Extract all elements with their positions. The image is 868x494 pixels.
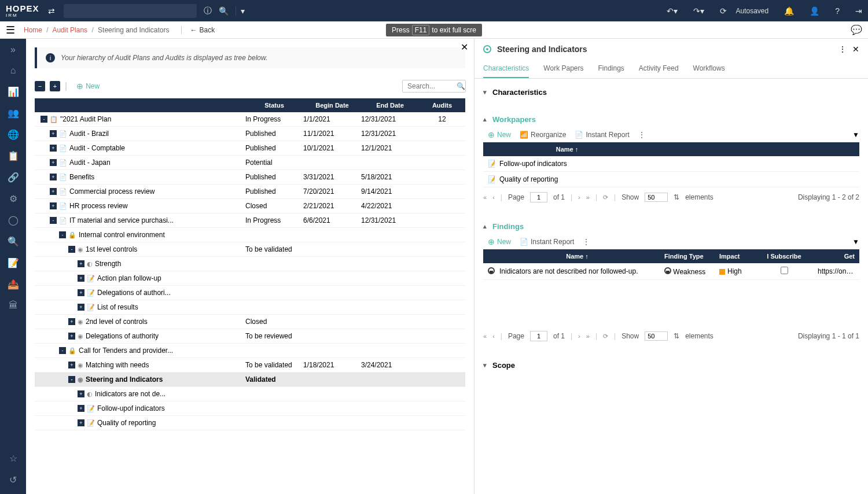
tab-characteristics[interactable]: Characteristics <box>483 60 529 78</box>
tree-row[interactable]: + ◐ Strength <box>35 257 465 271</box>
dashboard-icon[interactable]: 📊 <box>8 86 19 97</box>
exit-icon[interactable]: ⇥ <box>855 6 862 16</box>
expand-icon[interactable]: - <box>41 116 47 123</box>
tree-row[interactable]: + ◉ 2nd level of controls Closed <box>35 315 465 329</box>
bell-icon[interactable]: 🔔 <box>784 6 794 16</box>
expand-icon[interactable]: + <box>78 390 84 397</box>
breadcrumb-home[interactable]: Home <box>24 26 42 34</box>
expand-icon[interactable]: + <box>68 333 75 340</box>
section-scope[interactable]: Scope <box>483 357 859 373</box>
collapse-all-button[interactable]: − <box>35 81 45 91</box>
tab-work-papers[interactable]: Work Papers <box>543 60 583 78</box>
tree-row[interactable]: + 📝 Follow-upof indicators <box>35 401 465 416</box>
tree-row[interactable]: + 📝 Quality of reporting <box>35 416 465 430</box>
tab-workflows[interactable]: Workflows <box>693 60 725 78</box>
expand-icon[interactable]: + <box>78 419 84 426</box>
tree-row[interactable]: + 📄 Commercial process review Published … <box>35 185 465 199</box>
wp-page-size-stepper[interactable]: ⇅ <box>674 193 679 201</box>
export-icon[interactable]: 📤 <box>8 279 19 290</box>
more-icon[interactable]: ⋮ <box>838 45 847 54</box>
expand-icon[interactable]: + <box>78 260 84 267</box>
expand-icon[interactable]: - <box>59 231 66 238</box>
wp-first-page[interactable]: « <box>483 194 487 201</box>
workpaper-row[interactable]: 📝 Follow-upof indicators <box>483 156 859 172</box>
breadcrumb-audit-plans[interactable]: Audit Plans <box>52 26 87 34</box>
wp-filter-icon[interactable]: ▼ <box>852 131 859 139</box>
wp-prev-page[interactable]: ‹ <box>492 194 495 201</box>
refresh-icon[interactable]: ⟳ <box>720 6 727 16</box>
tree-row[interactable]: - 🔒 Call for Tenders and provider... <box>35 344 465 358</box>
tree-search-icon[interactable]: 🔍 <box>457 82 465 90</box>
wp-col-name[interactable]: Name <box>495 146 639 153</box>
finding-row[interactable]: Inidicators are not described nor follow… <box>483 263 859 280</box>
wp-last-page[interactable]: » <box>586 194 590 201</box>
find-col-get[interactable]: Get <box>813 253 859 260</box>
wp-instant-report-button[interactable]: 📄 Instant Report <box>575 131 629 139</box>
expand-icon[interactable]: + <box>78 405 84 412</box>
tree-row[interactable]: - ◉ Steering and Indicators Validated <box>35 373 465 387</box>
expand-icon[interactable]: + <box>68 318 75 325</box>
expand-icon[interactable]: » <box>10 45 16 55</box>
tab-activity-feed[interactable]: Activity Feed <box>639 60 679 78</box>
find-new-button[interactable]: New <box>488 237 511 246</box>
tree-row[interactable]: - ◉ 1st level controls To be validated <box>35 242 465 257</box>
doc-icon[interactable]: 📋 <box>8 150 19 161</box>
f-prev-page[interactable]: ‹ <box>492 333 495 340</box>
home-icon[interactable]: ⌂ <box>10 65 16 76</box>
back-button[interactable]: ← Back <box>181 26 215 34</box>
expand-icon[interactable]: + <box>68 362 75 368</box>
expand-icon[interactable]: + <box>78 289 84 296</box>
expand-icon[interactable]: + <box>50 130 57 137</box>
tree-row[interactable]: + 📝 Delegations of authori... <box>35 286 465 300</box>
wp-page-input[interactable] <box>530 192 547 202</box>
expand-icon[interactable]: - <box>68 246 75 253</box>
find-col-subscribe[interactable]: I Subscribe <box>755 253 813 260</box>
find-filter-icon[interactable]: ▼ <box>852 238 859 246</box>
expand-icon[interactable]: + <box>50 145 57 152</box>
history-icon[interactable]: ↺ <box>9 474 17 485</box>
wp-more-icon[interactable]: ⋮ <box>638 131 645 139</box>
people-icon[interactable]: 👥 <box>8 108 19 119</box>
tree-row[interactable]: + 📄 Benefits Published 3/31/2021 5/18/20… <box>35 170 465 185</box>
building-icon[interactable]: 🏛 <box>9 300 18 311</box>
find-instant-report-button[interactable]: 📄 Instant Report <box>520 238 574 246</box>
subscribe-checkbox[interactable] <box>781 267 788 274</box>
star-icon[interactable]: ☆ <box>9 453 17 464</box>
f-first-page[interactable]: « <box>483 333 487 340</box>
org-icon[interactable]: 🔗 <box>8 172 19 183</box>
global-search-input[interactable] <box>64 4 197 18</box>
tree-row[interactable]: - 🔒 Internal control environment <box>35 228 465 242</box>
f-refresh[interactable]: ⟳ <box>603 333 608 340</box>
expand-icon[interactable]: - <box>68 376 75 383</box>
section-workpapers[interactable]: Workpapers <box>483 112 859 127</box>
globe-icon[interactable]: 🌐 <box>8 129 19 140</box>
f-page-size-stepper[interactable]: ⇅ <box>674 332 679 340</box>
expand-icon[interactable]: + <box>50 202 57 209</box>
expand-icon[interactable]: - <box>59 347 66 354</box>
find-col-impact[interactable]: Impact <box>715 253 755 260</box>
f-next-page[interactable]: › <box>578 333 580 340</box>
user-icon[interactable]: 👤 <box>810 6 819 16</box>
section-findings[interactable]: Findings <box>483 219 859 234</box>
f-page-input[interactable] <box>530 331 547 341</box>
tree-row[interactable]: + 📝 Action plan follow-up <box>35 271 465 286</box>
list-icon[interactable]: 📝 <box>8 257 19 268</box>
cycle-icon[interactable]: ◯ <box>8 215 19 226</box>
tree-row[interactable]: + 📄 HR process review Closed 2/21/2021 4… <box>35 199 465 213</box>
swap-icon[interactable]: ⇄ <box>48 6 55 16</box>
tree-row[interactable]: + ◉ Delegations of authority To be revie… <box>35 329 465 344</box>
tab-findings[interactable]: Findings <box>598 60 624 78</box>
find-more-icon[interactable]: ⋮ <box>583 238 590 246</box>
wp-refresh[interactable]: ⟳ <box>603 194 608 201</box>
tree-row[interactable]: + 📄 Audit - Comptable Published 10/1/202… <box>35 141 465 156</box>
expand-icon[interactable]: + <box>78 275 84 282</box>
tree-row[interactable]: + 📝 List of results <box>35 300 465 315</box>
tree-row[interactable]: - 📋 "2021 Audit Plan In Progress 1/1/202… <box>35 112 465 127</box>
tree-row[interactable]: + 📄 Audit - Brazil Published 11/1/2021 1… <box>35 127 465 141</box>
f-last-page[interactable]: » <box>586 333 590 340</box>
wp-next-page[interactable]: › <box>578 194 580 201</box>
tree-row[interactable]: + ◉ Matching with needs To be validated … <box>35 358 465 373</box>
gear-icon[interactable]: ⚙ <box>9 193 17 204</box>
info-icon[interactable]: ⓘ <box>204 6 212 16</box>
expand-icon[interactable]: + <box>50 174 57 180</box>
